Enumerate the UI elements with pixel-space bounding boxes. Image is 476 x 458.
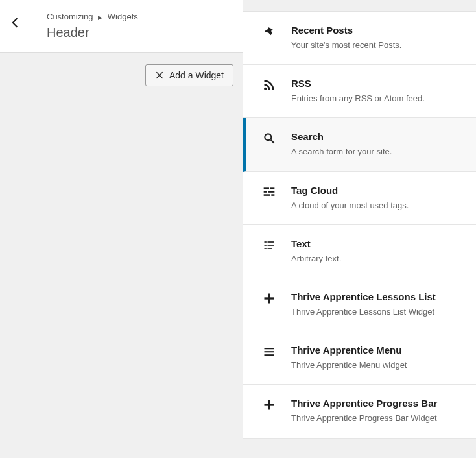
widget-item[interactable]: Thrive Apprentice MenuThrive Apprentice …: [243, 331, 476, 385]
widget-item[interactable]: Tag CloudA cloud of your most used tags.: [243, 172, 476, 225]
widget-text: Tag CloudA cloud of your most used tags.: [291, 185, 463, 211]
widget-title: Thrive Apprentice Menu: [291, 344, 463, 356]
widget-item[interactable]: TextArbitrary text.: [243, 225, 476, 278]
widget-description: Arbitrary text.: [291, 253, 463, 265]
widget-title: Thrive Apprentice Progress Bar: [291, 398, 463, 409]
widget-description: Thrive Apprentice Lessons List Widget: [291, 306, 463, 318]
widget-item[interactable]: Thrive Apprentice Progress BarThrive App…: [243, 385, 476, 438]
breadcrumb-current: Widgets: [108, 12, 138, 21]
widget-text: Thrive Apprentice Progress BarThrive App…: [291, 398, 463, 424]
breadcrumb: Customizing ▶ Widgets: [47, 12, 235, 21]
widget-list-panel[interactable]: Recent PostsYour site's most recent Post…: [243, 0, 476, 458]
widget-text: Thrive Apprentice Lessons ListThrive App…: [291, 291, 463, 318]
widget-description: Thrive Apprentice Menu widget: [291, 359, 463, 371]
plus-icon: [261, 291, 277, 305]
widget-item[interactable]: RSSEntries from any RSS or Atom feed.: [243, 65, 476, 118]
widget-description: A search form for your site.: [291, 146, 463, 158]
customizer-panel: Customizing ▶ Widgets Header Add a Widge…: [0, 0, 243, 458]
panel-spacer: [243, 0, 476, 12]
widget-item[interactable]: SearchA search form for your site.: [243, 118, 476, 171]
widget-list: Recent PostsYour site's most recent Post…: [243, 12, 476, 439]
rss-icon: [261, 78, 277, 91]
header-text: Customizing ▶ Widgets Header: [31, 0, 243, 52]
widget-text: Recent PostsYour site's most recent Post…: [291, 25, 463, 51]
widget-description: Your site's most recent Posts.: [291, 40, 463, 51]
menu-icon: [261, 344, 277, 358]
widget-title: RSS: [291, 78, 463, 89]
widget-text: TextArbitrary text.: [291, 238, 463, 265]
widget-title: Recent Posts: [291, 25, 463, 36]
widget-title: Tag Cloud: [291, 185, 463, 196]
tagcloud-icon: [261, 185, 277, 199]
plus-icon: [261, 398, 277, 411]
widget-title: Thrive Apprentice Lessons List: [291, 291, 463, 302]
widget-title: Search: [291, 131, 463, 142]
widget-description: Entries from any RSS or Atom feed.: [291, 93, 463, 104]
panel-header: Customizing ▶ Widgets Header: [0, 0, 243, 53]
text-icon: [261, 238, 277, 252]
breadcrumb-parent: Customizing: [47, 12, 93, 21]
breadcrumb-separator-icon: ▶: [98, 14, 102, 21]
widget-item[interactable]: Recent PostsYour site's most recent Post…: [243, 12, 476, 65]
widget-description: A cloud of your most used tags.: [291, 200, 463, 211]
add-widget-row: Add a Widget: [0, 53, 243, 98]
widget-text: RSSEntries from any RSS or Atom feed.: [291, 78, 463, 104]
add-widget-button[interactable]: Add a Widget: [145, 64, 233, 86]
search-icon: [261, 131, 277, 145]
section-title: Header: [47, 25, 235, 40]
widget-item[interactable]: Thrive Apprentice Lessons ListThrive App…: [243, 278, 476, 331]
add-widget-label: Add a Widget: [169, 70, 224, 80]
widget-title: Text: [291, 238, 463, 249]
widget-text: SearchA search form for your site.: [291, 131, 463, 158]
back-button[interactable]: [0, 0, 31, 45]
pin-icon: [261, 25, 277, 38]
chevron-left-icon: [9, 16, 22, 29]
widget-description: Thrive Apprentice Progress Bar Widget: [291, 413, 463, 424]
close-icon: [155, 71, 164, 80]
widget-text: Thrive Apprentice MenuThrive Apprentice …: [291, 344, 463, 371]
